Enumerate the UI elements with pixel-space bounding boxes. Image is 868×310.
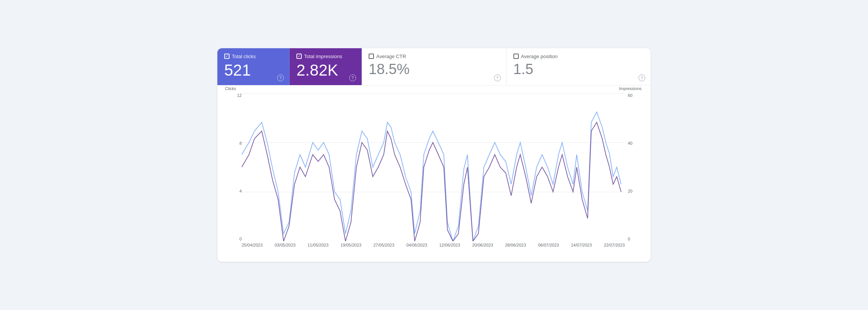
impressions-label: Total impressions — [304, 54, 342, 59]
impressions-value: 2.82K — [296, 62, 354, 79]
y-right-label-40: 40 — [628, 141, 632, 146]
ctr-value: 18.5% — [369, 62, 499, 78]
metrics-row: Total clicks 521 ? Total impressions 2.8… — [217, 48, 651, 85]
ctr-label: Average CTR — [376, 54, 406, 59]
y-axis-left: 12 8 4 0 — [225, 93, 242, 241]
y-axis-right: 60 40 20 0 — [628, 93, 641, 241]
x-label-2: 11/05/2023 — [307, 243, 328, 247]
y-right-label-20: 20 — [628, 189, 632, 193]
clicks-checkbox[interactable] — [224, 54, 230, 59]
x-label-3: 19/05/2023 — [341, 243, 361, 247]
metric-tile-impressions[interactable]: Total impressions 2.82K ? — [290, 48, 362, 85]
chart-container: Clicks Impressions 12 8 4 0 60 40 20 0 — [225, 93, 641, 256]
metric-tile-position[interactable]: Average position 1.5 ? — [507, 48, 651, 85]
x-label-9: 06/07/2023 — [538, 243, 559, 247]
position-value: 1.5 — [513, 62, 643, 78]
clicks-label-row: Total clicks — [224, 54, 282, 59]
y-left-label-12: 12 — [237, 93, 242, 98]
metric-tile-clicks[interactable]: Total clicks 521 ? — [217, 48, 290, 85]
x-label-6: 12/06/2023 — [439, 243, 460, 247]
x-label-5: 04/06/2023 — [406, 243, 427, 247]
y-axis-left-title: Clicks — [225, 86, 236, 91]
chart-svg — [242, 93, 625, 241]
x-axis: 25/04/2023 03/05/2023 11/05/2023 19/05/2… — [242, 243, 625, 256]
position-checkbox[interactable] — [513, 54, 519, 59]
clicks-help-icon[interactable]: ? — [277, 74, 284, 81]
y-axis-right-title: Impressions — [619, 86, 641, 91]
y-right-label-0: 0 — [628, 237, 630, 241]
position-label-row: Average position — [513, 54, 643, 59]
clicks-line — [242, 122, 621, 241]
x-label-11: 22/07/2023 — [604, 243, 625, 247]
x-label-7: 20/06/2023 — [472, 243, 493, 247]
x-label-0: 25/04/2023 — [242, 243, 263, 247]
metric-tile-ctr[interactable]: Average CTR 18.5% ? — [362, 48, 507, 85]
y-right-label-60: 60 — [628, 93, 632, 98]
position-label: Average position — [521, 54, 558, 59]
ctr-help-icon[interactable]: ? — [494, 74, 501, 81]
ctr-label-row: Average CTR — [369, 54, 499, 59]
search-console-card: Total clicks 521 ? Total impressions 2.8… — [217, 48, 651, 262]
x-label-8: 28/06/2023 — [505, 243, 526, 247]
impressions-checkbox[interactable] — [296, 54, 302, 59]
chart-inner — [242, 93, 625, 241]
impressions-help-icon[interactable]: ? — [349, 74, 356, 81]
x-label-10: 14/07/2023 — [571, 243, 592, 247]
x-label-1: 03/05/2023 — [275, 243, 296, 247]
x-label-4: 27/05/2023 — [374, 243, 394, 247]
position-help-icon[interactable]: ? — [638, 74, 645, 81]
clicks-value: 521 — [224, 62, 282, 79]
chart-area: Clicks Impressions 12 8 4 0 60 40 20 0 — [217, 85, 651, 262]
clicks-label: Total clicks — [232, 54, 256, 59]
ctr-checkbox[interactable] — [369, 54, 374, 59]
impressions-line — [242, 112, 621, 241]
impressions-label-row: Total impressions — [296, 54, 354, 59]
